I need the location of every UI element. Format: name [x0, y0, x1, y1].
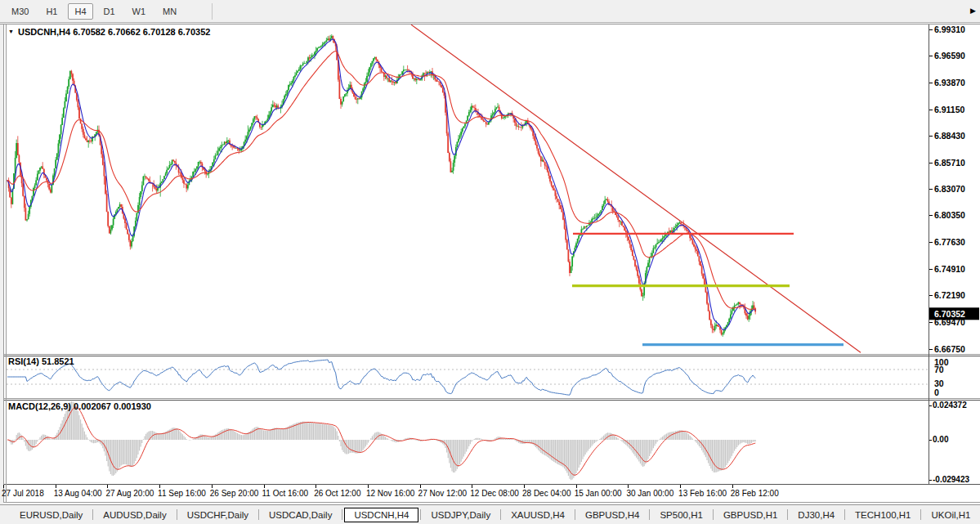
time-axis-label: 13 Feb 16:00 — [678, 489, 727, 498]
price-axis-label: 6.80350 — [934, 210, 965, 220]
time-axis-label: 27 Nov 12:00 — [418, 489, 468, 498]
price-axis-label: 6.99310 — [934, 25, 965, 34]
macd-scale-label: 0.024372 — [933, 401, 967, 410]
tab-separator — [575, 509, 575, 520]
tab-separator — [787, 509, 788, 520]
time-axis-label: 30 Jan 00:00 — [626, 489, 673, 498]
current-price-tag-text: 6.70352 — [934, 309, 965, 319]
chart-title-ohlc: USDCNH,H4 6.70582 6.70662 6.70128 6.7035… — [18, 27, 210, 37]
chart-tab-gbpusd-h4[interactable]: GBPUSD,H4 — [577, 508, 647, 522]
chart-tab-xauusd-h4[interactable]: XAUUSD,H4 — [503, 508, 573, 522]
time-axis-label: 26 Sep 20:00 — [210, 489, 259, 498]
rsi-indicator-label: RSI(14) 51.8521 — [8, 356, 74, 366]
price-axis-label: 6.72190 — [934, 290, 965, 300]
time-axis-label: 28 Feb 12:00 — [731, 489, 779, 498]
application-window: M30H1H4D1W1MN 6.993106.965906.938706.911… — [0, 0, 980, 524]
chart-tab-usdcnh-h4[interactable]: USDCNH,H4 — [344, 508, 418, 522]
macd-indicator-label: MACD(12,26,9) 0.002067 0.001930 — [8, 401, 151, 411]
chart-tab-dj30-h4[interactable]: DJ30,H4 — [790, 508, 843, 522]
time-axis-label: 15 Jan 00:00 — [575, 489, 622, 498]
symbol-dropdown-icon[interactable]: ▼ — [8, 29, 14, 34]
time-axis-label: 27 Jul 2018 — [2, 489, 44, 498]
rsi-scale-label: 70 — [934, 365, 944, 374]
price-axis-label: 6.74910 — [934, 264, 965, 274]
time-axis: 27 Jul 201813 Aug 04:0027 Aug 20:0011 Se… — [2, 489, 779, 498]
tab-separator — [500, 509, 501, 520]
price-axis-label: 6.91150 — [934, 105, 965, 114]
chart-tab-bar: EURUSD,DailyAUDUSD,DailyUSDCHF,DailyUSDC… — [0, 504, 980, 524]
time-axis-label: 27 Aug 20:00 — [105, 489, 154, 498]
tab-separator — [420, 509, 421, 520]
price-axis-label: 6.83070 — [934, 184, 965, 194]
time-axis-label: 12 Dec 08:00 — [470, 489, 519, 498]
time-axis-label: 11 Oct 16:00 — [262, 489, 309, 498]
price-axis-label: 6.88430 — [934, 131, 965, 141]
price-axis-label: 6.96590 — [934, 51, 965, 60]
price-axis-label: 6.93870 — [934, 78, 965, 87]
chart-tab-tech100-h1[interactable]: TECH100,H1 — [847, 508, 919, 522]
price-axis-label: 6.85710 — [934, 158, 965, 168]
chart-tab-gbpusd-h1[interactable]: GBPUSD,H1 — [715, 508, 785, 522]
chart-tab-usdjpy-daily[interactable]: USDJPY,Daily — [423, 508, 499, 522]
chart-tab-audusd-daily[interactable]: AUDUSD,Daily — [95, 508, 174, 522]
tab-separator — [92, 509, 93, 520]
macd-scale-label: 0.00 — [933, 435, 949, 444]
tab-separator — [258, 509, 259, 520]
tab-separator — [342, 509, 342, 520]
time-axis-label: 26 Oct 12:00 — [314, 489, 361, 498]
chart-tab-sp500-h1[interactable]: SP500,H1 — [651, 508, 710, 522]
price-axis-label: 6.66750 — [934, 344, 965, 354]
time-axis-label: 28 Dec 04:00 — [522, 489, 571, 498]
chart-canvas[interactable]: 6.993106.965906.938706.911506.884306.857… — [0, 0, 980, 524]
tab-scroll-right-button[interactable]: ▶ — [970, 7, 976, 15]
time-axis-label: 13 Aug 04:00 — [54, 489, 102, 498]
macd-scale-label: -0.029423 — [933, 475, 969, 484]
tab-separator — [920, 509, 921, 520]
tab-separator — [713, 509, 714, 520]
chart-tab-ukoil-h1[interactable]: UKOil,H1 — [923, 508, 978, 522]
price-axis-label: 6.77630 — [934, 237, 965, 247]
tab-separator — [844, 509, 845, 520]
time-axis-label: 11 Sep 16:00 — [158, 489, 206, 498]
chart-tab-usdchf-daily[interactable]: USDCHF,Daily — [179, 508, 257, 522]
chart-tab-usdcad-daily[interactable]: USDCAD,Daily — [261, 508, 340, 522]
chart-tab-eurusd-daily[interactable]: EURUSD,Daily — [11, 508, 91, 522]
tab-separator — [649, 509, 650, 520]
rsi-scale-label: 0 — [934, 387, 939, 397]
time-axis-label: 12 Nov 16:00 — [366, 489, 415, 498]
tab-separator — [177, 509, 177, 520]
